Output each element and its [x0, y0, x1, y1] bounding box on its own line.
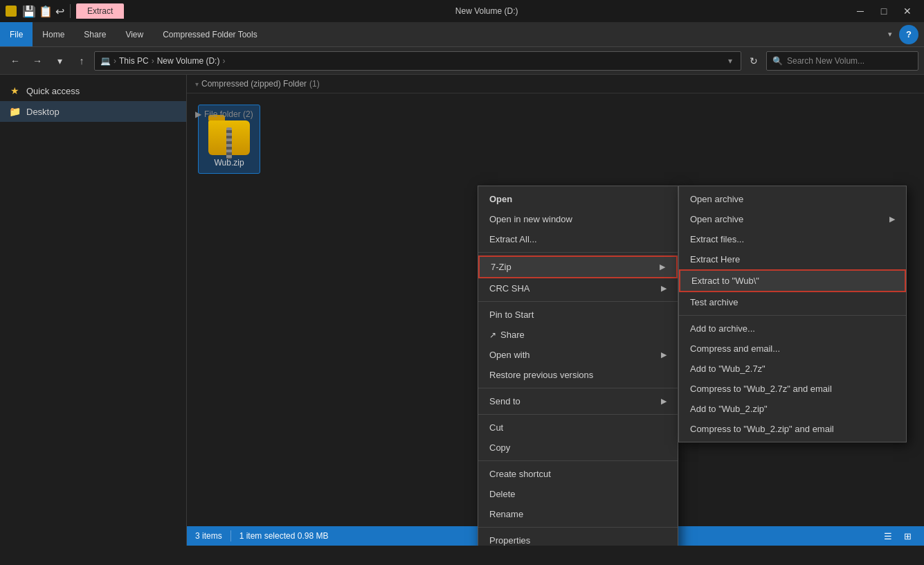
- sub-test-archive[interactable]: Test archive: [679, 292, 906, 312]
- details-view-button[interactable]: ☰: [880, 529, 896, 543]
- ctx-pin-to-start[interactable]: Pin to Start: [478, 305, 678, 325]
- main-layout: ★ Quick access 📁 Desktop ▾ Compressed (z…: [0, 75, 924, 546]
- extract-tab[interactable]: Extract: [76, 3, 124, 19]
- breadcrumb-count: (1): [309, 79, 320, 89]
- ctx-share[interactable]: ↗ Share: [478, 325, 678, 345]
- path-icon: 💻: [100, 56, 111, 66]
- ctx-sep-5: [478, 460, 678, 461]
- ribbon-tab-compressed-folder-tools[interactable]: Compressed Folder Tools: [153, 22, 267, 46]
- sub-add-to-wub-zip[interactable]: Add to "Wub_2.zip": [679, 399, 906, 419]
- sub-add-to-archive[interactable]: Add to archive...: [679, 319, 906, 339]
- sub-extract-here[interactable]: Extract Here: [679, 249, 906, 269]
- zipper: [226, 127, 232, 159]
- ctx-extract-all[interactable]: Extract All...: [478, 229, 678, 249]
- address-path[interactable]: 💻 › This PC › New Volume (D:) › ▾: [94, 51, 741, 71]
- ribbon-tab-file[interactable]: File: [0, 22, 33, 46]
- large-icons-view-button[interactable]: ⊞: [899, 529, 916, 543]
- path-sep-1: ›: [114, 56, 116, 66]
- minimize-button[interactable]: ─: [849, 3, 871, 19]
- file-label-wub-zip: Wub.zip: [214, 158, 244, 168]
- ctx-sep-1: [478, 252, 678, 253]
- sub-open-archive-2[interactable]: Open archive ▶: [679, 209, 906, 229]
- ctx-restore-prev[interactable]: Restore previous versions: [478, 365, 678, 385]
- file-folder-group: ▶ File folder (2): [195, 109, 253, 119]
- sub-compress-email[interactable]: Compress and email...: [679, 339, 906, 359]
- status-selected-info: 1 item selected 0.98 MB: [239, 531, 329, 541]
- forward-button[interactable]: →: [28, 51, 47, 71]
- title-sep: [70, 4, 71, 18]
- ribbon-tab-share[interactable]: Share: [74, 22, 116, 46]
- refresh-button[interactable]: ↻: [744, 51, 763, 71]
- breadcrumb: ▾ Compressed (zipped) Folder (1): [187, 75, 924, 93]
- sub-extract-to-wub[interactable]: Extract to "Wub\": [679, 269, 906, 292]
- star-icon: ★: [8, 84, 21, 97]
- app-icon: [6, 6, 17, 17]
- ctx-properties[interactable]: Properties: [478, 530, 678, 546]
- sub-add-to-wub-7z[interactable]: Add to "Wub_2.7z": [679, 359, 906, 379]
- status-view-controls: ☰ ⊞: [880, 529, 916, 543]
- quick-access-icon: 💾: [22, 5, 36, 18]
- sub-open-archive-arrow: ▶: [889, 215, 895, 224]
- ctx-rename[interactable]: Rename: [478, 504, 678, 524]
- ctx-delete[interactable]: Delete: [478, 484, 678, 504]
- context-menu: Open Open in new window Extract All... 7…: [478, 186, 678, 546]
- sidebar-item-quick-access[interactable]: ★ Quick access: [0, 80, 186, 101]
- ctx-copy[interactable]: Copy: [478, 438, 678, 458]
- breadcrumb-arrow: ▾: [195, 80, 199, 88]
- save-icon: 📋: [39, 5, 53, 18]
- close-button[interactable]: ✕: [896, 3, 918, 19]
- ctx-cut[interactable]: Cut: [478, 418, 678, 438]
- ctx-7zip[interactable]: 7-Zip ▶: [478, 255, 678, 278]
- window-controls: ─ □ ✕: [849, 3, 918, 19]
- ctx-open-with[interactable]: Open with ▶: [478, 345, 678, 365]
- help-button[interactable]: ?: [899, 25, 918, 44]
- file-grid: Wub.zip ▶ File folder (2): [187, 93, 924, 185]
- ctx-open[interactable]: Open: [478, 189, 678, 209]
- group-label: File folder (2): [204, 109, 253, 119]
- window-title: New Volume (D:): [127, 6, 846, 16]
- folder-body: [208, 120, 250, 155]
- sidebar-desktop-label: Desktop: [26, 107, 60, 117]
- sub-compress-wub-7z-email[interactable]: Compress to "Wub_2.7z" and email: [679, 379, 906, 399]
- breadcrumb-link[interactable]: Compressed (zipped) Folder: [201, 79, 307, 89]
- address-bar: ← → ▾ ↑ 💻 › This PC › New Volume (D:) › …: [0, 47, 924, 75]
- ctx-create-shortcut[interactable]: Create shortcut: [478, 464, 678, 484]
- ctx-crc-sha[interactable]: CRC SHA ▶: [478, 278, 678, 298]
- recent-locations-button[interactable]: ▾: [50, 51, 69, 71]
- ribbon-tab-home[interactable]: Home: [33, 22, 74, 46]
- search-box[interactable]: 🔍 Search New Volum...: [766, 51, 918, 71]
- up-button[interactable]: ↑: [72, 51, 91, 71]
- share-icon: ↗: [489, 330, 496, 340]
- path-dropdown-button[interactable]: ▾: [725, 56, 735, 66]
- back-button[interactable]: ←: [6, 51, 25, 71]
- ctx-crc-arrow: ▶: [661, 284, 667, 293]
- status-sep: [230, 530, 231, 541]
- search-placeholder: Search New Volum...: [787, 56, 864, 66]
- ctx-sep-2: [478, 301, 678, 302]
- sub-open-archive-1[interactable]: Open archive: [679, 189, 906, 209]
- sub-compress-wub-zip-email[interactable]: Compress to "Wub_2.zip" and email: [679, 419, 906, 439]
- ctx-sep-4: [478, 414, 678, 415]
- undo-icon: ↩: [55, 5, 64, 18]
- path-sep-2: ›: [152, 56, 154, 66]
- ribbon-tab-view[interactable]: View: [116, 22, 153, 46]
- path-sep-3: ›: [222, 56, 225, 66]
- desktop-folder-icon: 📁: [8, 105, 21, 118]
- ribbon-expand-button[interactable]: ▾: [881, 26, 899, 43]
- submenu-7zip: Open archive Open archive ▶ Extract file…: [678, 186, 907, 442]
- group-arrow: ▶: [195, 109, 201, 119]
- ctx-open-new-window[interactable]: Open in new window: [478, 209, 678, 229]
- path-this-pc[interactable]: This PC: [119, 56, 149, 66]
- ctx-sep-3: [478, 388, 678, 388]
- ctx-7zip-arrow: ▶: [660, 262, 665, 271]
- title-bar: 💾 📋 ↩ Extract New Volume (D:) ─ □ ✕: [0, 0, 924, 22]
- sub-extract-files[interactable]: Extract files...: [679, 229, 906, 249]
- ctx-sep-6: [478, 527, 678, 528]
- ctx-send-to-arrow: ▶: [661, 397, 667, 406]
- sidebar-item-desktop[interactable]: 📁 Desktop: [0, 101, 186, 122]
- status-item-count: 3 items: [195, 531, 222, 541]
- ctx-send-to[interactable]: Send to ▶: [478, 391, 678, 411]
- content-area: ▾ Compressed (zipped) Folder (1) Wub.zip…: [187, 75, 924, 546]
- path-new-volume[interactable]: New Volume (D:): [157, 56, 220, 66]
- maximize-button[interactable]: □: [873, 3, 895, 19]
